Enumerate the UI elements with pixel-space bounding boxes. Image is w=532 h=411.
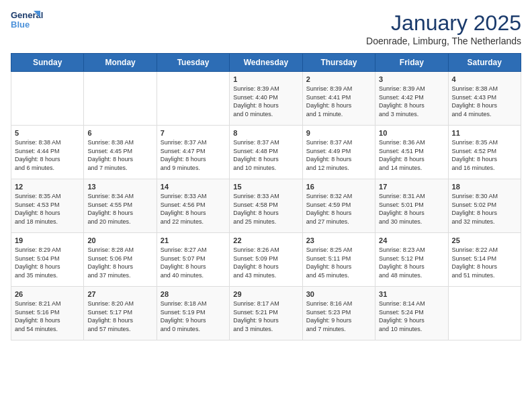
- day-number: 23: [306, 236, 371, 244]
- calendar-cell: 8Sunrise: 8:37 AM Sunset: 4:48 PM Daylig…: [230, 126, 302, 179]
- day-number: 12: [15, 183, 80, 191]
- day-number: 14: [161, 183, 226, 191]
- calendar-cell: 1Sunrise: 8:39 AM Sunset: 4:40 PM Daylig…: [230, 72, 302, 126]
- calendar-week-row: 26Sunrise: 8:21 AM Sunset: 5:16 PM Dayli…: [11, 287, 521, 340]
- weekday-header: Thursday: [302, 54, 375, 72]
- weekday-header-row: SundayMondayTuesdayWednesdayThursdayFrid…: [11, 54, 521, 72]
- calendar-cell: 26Sunrise: 8:21 AM Sunset: 5:16 PM Dayli…: [11, 287, 84, 340]
- cell-content: Sunrise: 8:31 AM Sunset: 5:01 PM Dayligh…: [379, 192, 444, 226]
- calendar-cell: 5Sunrise: 8:38 AM Sunset: 4:44 PM Daylig…: [11, 126, 84, 179]
- calendar-cell: 30Sunrise: 8:16 AM Sunset: 5:23 PM Dayli…: [302, 287, 375, 340]
- day-number: 10: [379, 129, 444, 137]
- calendar-cell: 27Sunrise: 8:20 AM Sunset: 5:17 PM Dayli…: [84, 287, 157, 340]
- day-number: 18: [452, 183, 517, 191]
- calendar-cell: 12Sunrise: 8:35 AM Sunset: 4:53 PM Dayli…: [11, 179, 84, 233]
- cell-content: Sunrise: 8:37 AM Sunset: 4:48 PM Dayligh…: [233, 138, 298, 172]
- cell-content: Sunrise: 8:39 AM Sunset: 4:42 PM Dayligh…: [379, 85, 444, 118]
- cell-content: Sunrise: 8:27 AM Sunset: 5:07 PM Dayligh…: [161, 246, 226, 279]
- calendar-cell: 28Sunrise: 8:18 AM Sunset: 5:19 PM Dayli…: [157, 287, 229, 340]
- cell-content: Sunrise: 8:37 AM Sunset: 4:47 PM Dayligh…: [161, 138, 226, 172]
- weekday-header: Sunday: [11, 54, 84, 72]
- cell-content: Sunrise: 8:38 AM Sunset: 4:44 PM Dayligh…: [15, 138, 80, 172]
- day-number: 25: [452, 236, 517, 244]
- location-subtitle: Doenrade, Limburg, The Netherlands: [366, 36, 521, 46]
- calendar-cell: 10Sunrise: 8:36 AM Sunset: 4:51 PM Dayli…: [375, 126, 448, 179]
- day-number: 8: [233, 129, 298, 137]
- calendar-cell: [448, 287, 521, 340]
- cell-content: Sunrise: 8:28 AM Sunset: 5:06 PM Dayligh…: [87, 246, 152, 279]
- cell-content: Sunrise: 8:35 AM Sunset: 4:53 PM Dayligh…: [15, 192, 80, 226]
- weekday-header: Saturday: [448, 54, 521, 72]
- day-number: 7: [161, 129, 226, 137]
- cell-content: Sunrise: 8:33 AM Sunset: 4:58 PM Dayligh…: [233, 192, 298, 226]
- cell-content: Sunrise: 8:22 AM Sunset: 5:14 PM Dayligh…: [452, 246, 517, 279]
- day-number: 1: [233, 75, 298, 83]
- cell-content: Sunrise: 8:23 AM Sunset: 5:12 PM Dayligh…: [379, 246, 444, 279]
- cell-content: Sunrise: 8:14 AM Sunset: 5:24 PM Dayligh…: [379, 300, 444, 333]
- calendar-cell: 25Sunrise: 8:22 AM Sunset: 5:14 PM Dayli…: [448, 233, 521, 287]
- day-number: 22: [233, 236, 298, 244]
- calendar-cell: 11Sunrise: 8:35 AM Sunset: 4:52 PM Dayli…: [448, 126, 521, 179]
- calendar-cell: 21Sunrise: 8:27 AM Sunset: 5:07 PM Dayli…: [157, 233, 229, 287]
- calendar-cell: 23Sunrise: 8:25 AM Sunset: 5:11 PM Dayli…: [302, 233, 375, 287]
- calendar-cell: 2Sunrise: 8:39 AM Sunset: 4:41 PM Daylig…: [302, 72, 375, 126]
- calendar-cell: 19Sunrise: 8:29 AM Sunset: 5:04 PM Dayli…: [11, 233, 84, 287]
- cell-content: Sunrise: 8:16 AM Sunset: 5:23 PM Dayligh…: [306, 300, 371, 333]
- day-number: 16: [306, 183, 371, 191]
- calendar-cell: [157, 72, 229, 126]
- title-block: January 2025 Doenrade, Limburg, The Neth…: [366, 11, 521, 46]
- cell-content: Sunrise: 8:18 AM Sunset: 5:19 PM Dayligh…: [161, 300, 226, 333]
- calendar-cell: 6Sunrise: 8:38 AM Sunset: 4:45 PM Daylig…: [84, 126, 157, 179]
- day-number: 26: [15, 290, 80, 298]
- day-number: 6: [87, 129, 152, 137]
- weekday-header: Wednesday: [230, 54, 302, 72]
- day-number: 9: [306, 129, 371, 137]
- page-header: General Blue January 2025 Doenrade, Limb…: [11, 11, 521, 46]
- calendar-cell: [11, 72, 84, 126]
- weekday-header: Monday: [84, 54, 157, 72]
- cell-content: Sunrise: 8:25 AM Sunset: 5:11 PM Dayligh…: [306, 246, 371, 279]
- calendar-cell: 24Sunrise: 8:23 AM Sunset: 5:12 PM Dayli…: [375, 233, 448, 287]
- calendar-week-row: 1Sunrise: 8:39 AM Sunset: 4:40 PM Daylig…: [11, 72, 521, 126]
- calendar-week-row: 19Sunrise: 8:29 AM Sunset: 5:04 PM Dayli…: [11, 233, 521, 287]
- calendar-cell: 14Sunrise: 8:33 AM Sunset: 4:56 PM Dayli…: [157, 179, 229, 233]
- day-number: 21: [161, 236, 226, 244]
- cell-content: Sunrise: 8:34 AM Sunset: 4:55 PM Dayligh…: [87, 192, 152, 226]
- calendar-cell: 4Sunrise: 8:38 AM Sunset: 4:43 PM Daylig…: [448, 72, 521, 126]
- day-number: 17: [379, 183, 444, 191]
- day-number: 29: [233, 290, 298, 298]
- day-number: 19: [15, 236, 80, 244]
- cell-content: Sunrise: 8:39 AM Sunset: 4:41 PM Dayligh…: [306, 85, 371, 118]
- day-number: 3: [379, 75, 444, 83]
- day-number: 31: [379, 290, 444, 298]
- calendar-cell: 9Sunrise: 8:37 AM Sunset: 4:49 PM Daylig…: [302, 126, 375, 179]
- calendar-cell: 13Sunrise: 8:34 AM Sunset: 4:55 PM Dayli…: [84, 179, 157, 233]
- cell-content: Sunrise: 8:17 AM Sunset: 5:21 PM Dayligh…: [233, 300, 298, 333]
- calendar-cell: 22Sunrise: 8:26 AM Sunset: 5:09 PM Dayli…: [230, 233, 302, 287]
- calendar-cell: 15Sunrise: 8:33 AM Sunset: 4:58 PM Dayli…: [230, 179, 302, 233]
- cell-content: Sunrise: 8:21 AM Sunset: 5:16 PM Dayligh…: [15, 300, 80, 333]
- day-number: 27: [87, 290, 152, 298]
- calendar-cell: 20Sunrise: 8:28 AM Sunset: 5:06 PM Dayli…: [84, 233, 157, 287]
- cell-content: Sunrise: 8:38 AM Sunset: 4:45 PM Dayligh…: [87, 138, 152, 172]
- calendar-cell: 7Sunrise: 8:37 AM Sunset: 4:47 PM Daylig…: [157, 126, 229, 179]
- day-number: 15: [233, 183, 298, 191]
- cell-content: Sunrise: 8:20 AM Sunset: 5:17 PM Dayligh…: [87, 300, 152, 333]
- cell-content: Sunrise: 8:37 AM Sunset: 4:49 PM Dayligh…: [306, 138, 371, 172]
- calendar-cell: 29Sunrise: 8:17 AM Sunset: 5:21 PM Dayli…: [230, 287, 302, 340]
- calendar-cell: [84, 72, 157, 126]
- day-number: 30: [306, 290, 371, 298]
- weekday-header: Friday: [375, 54, 448, 72]
- cell-content: Sunrise: 8:38 AM Sunset: 4:43 PM Dayligh…: [452, 85, 517, 118]
- day-number: 5: [15, 129, 80, 137]
- calendar-table: SundayMondayTuesdayWednesdayThursdayFrid…: [11, 53, 521, 340]
- day-number: 24: [379, 236, 444, 244]
- logo: General Blue: [11, 11, 42, 40]
- cell-content: Sunrise: 8:26 AM Sunset: 5:09 PM Dayligh…: [233, 246, 298, 279]
- cell-content: Sunrise: 8:33 AM Sunset: 4:56 PM Dayligh…: [161, 192, 226, 226]
- calendar-cell: 18Sunrise: 8:30 AM Sunset: 5:02 PM Dayli…: [448, 179, 521, 233]
- cell-content: Sunrise: 8:30 AM Sunset: 5:02 PM Dayligh…: [452, 192, 517, 226]
- weekday-header: Tuesday: [157, 54, 229, 72]
- calendar-week-row: 12Sunrise: 8:35 AM Sunset: 4:53 PM Dayli…: [11, 179, 521, 233]
- cell-content: Sunrise: 8:29 AM Sunset: 5:04 PM Dayligh…: [15, 246, 80, 279]
